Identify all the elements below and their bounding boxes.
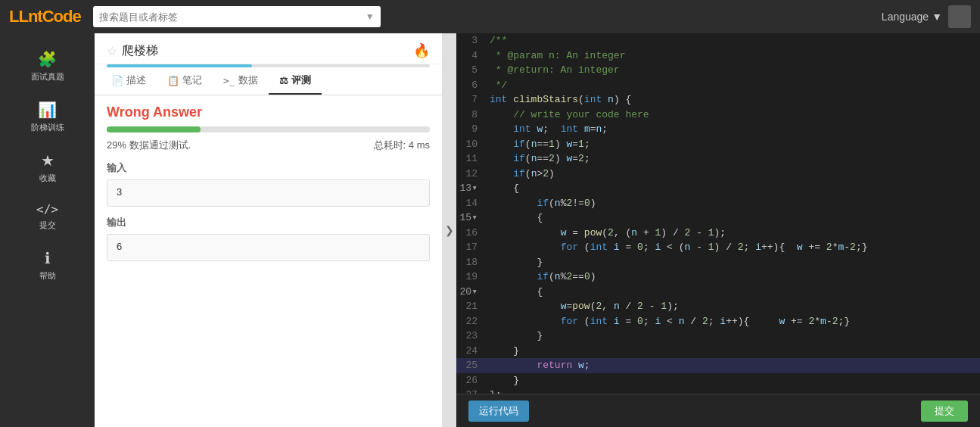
sidebar-item-interview[interactable]: 🧩 面试真题 [0,41,95,92]
tab-description[interactable]: 📄 描述 [101,67,157,95]
code-line-22: 22 for (int i = 0; i < n / 2; i++){ w +=… [456,314,980,329]
code-line-26: 26 } [456,373,980,388]
problem-panel: ☆ 爬楼梯 🔥 📄 描述 📋 笔记 >_ 数据 ⚖ 评测 [95,33,443,427]
problem-header: ☆ 爬楼梯 🔥 [95,33,442,64]
line-num-12: 12 [456,167,487,182]
bookmark-icon[interactable]: ☆ [107,44,117,58]
code-line-4: 4 * @param n: An integer [456,48,980,64]
code-line-24: 24 } [456,344,980,359]
tab-notes[interactable]: 📋 笔记 [157,67,213,95]
line-num-15: 15▾ [456,210,487,226]
language-dropdown-arrow: ▼ [932,11,942,23]
line-content-21: w=pow(2, n / 2 - 1); [487,299,980,314]
chart-icon: 📊 [38,101,57,119]
tab-data[interactable]: >_ 数据 [213,67,269,95]
search-input[interactable] [99,11,362,23]
sidebar-label-help: 帮助 [39,270,56,282]
line-num-5: 5 [456,63,487,78]
result-status: Wrong Answer [107,104,430,120]
code-line-13: 13▾ { [456,181,980,196]
sidebar-label-submit: 提交 [39,220,56,231]
line-num-14: 14 [456,196,487,211]
logo-highlight: L [9,7,18,26]
output-label: 输出 [107,216,430,229]
line-content-6: */ [487,78,980,93]
stats-row: 29% 数据通过测试. 总耗时: 4 ms [107,139,430,152]
line-content-20: { [487,285,980,300]
line-num-16: 16 [456,226,487,241]
line-content-24: } [487,344,980,359]
language-label: Language [882,11,929,23]
line-num-4: 4 [456,48,487,64]
line-content-12: if(n>2) [487,167,980,182]
code-line-12: 12 if(n>2) [456,167,980,182]
line-content-18: } [487,255,980,270]
line-num-21: 21 [456,299,487,314]
line-num-19: 19 [456,270,487,285]
sidebar-item-favorites[interactable]: ★ 收藏 [0,142,95,193]
result-area: Wrong Answer 29% 数据通过测试. 总耗时: 4 ms 输入 3 … [95,95,442,427]
problem-title-text: 爬楼梯 [122,43,158,59]
sidebar-label-favorites: 收藏 [39,173,56,184]
code-line-6: 6 */ [456,78,980,93]
line-num-20: 20▾ [456,285,487,300]
collapse-button[interactable]: ❯ [443,33,456,427]
code-line-25: 25 return w; [456,358,980,373]
tab-evaluate[interactable]: ⚖ 评测 [269,67,322,95]
stats-right: 总耗时: 4 ms [374,139,430,152]
code-line-16: 16 w = pow(2, (n + 1) / 2 - 1); [456,226,980,241]
line-content-17: for (int i = 0; i < (n - 1) / 2; i++){ w… [487,240,980,255]
line-content-13: { [487,181,980,196]
sidebar-item-help[interactable]: ℹ 帮助 [0,240,95,291]
line-num-17: 17 [456,240,487,255]
code-line-20: 20▾ { [456,285,980,300]
search-dropdown-arrow[interactable]: ▼ [366,11,375,22]
code-panel: 3 /** 4 * @param n: An integer 5 * @retu… [456,33,980,427]
code-line-23: 23 } [456,329,980,344]
main-layout: 🧩 面试真题 📊 阶梯训练 ★ 收藏 </> 提交 ℹ 帮助 ☆ 爬楼梯 🔥 [0,33,980,427]
run-button[interactable]: 运行代码 [468,401,529,422]
line-num-8: 8 [456,108,487,123]
pass-progress-bar [107,126,430,132]
code-line-15: 15▾ { [456,210,980,226]
collapse-arrow-icon: ❯ [445,224,454,236]
line-num-22: 22 [456,314,487,329]
submit-button[interactable]: 提交 [921,401,968,422]
line-num-24: 24 [456,344,487,359]
line-content-22: for (int i = 0; i < n / 2; i++){ w += 2*… [487,314,980,329]
line-content-8: // write your code here [487,108,980,123]
scale-icon: ⚖ [279,75,288,86]
code-line-10: 10 if(n==1) w=1; [456,137,980,152]
line-num-26: 26 [456,373,487,388]
output-value: 6 [107,234,430,261]
sidebar: 🧩 面试真题 📊 阶梯训练 ★ 收藏 </> 提交 ℹ 帮助 [0,33,95,427]
search-box[interactable]: ▼ [93,6,381,27]
terminal-icon: >_ [223,75,235,86]
sidebar-item-ladder[interactable]: 📊 阶梯训练 [0,92,95,142]
line-content-27: }; [487,388,980,394]
line-content-7: int climbStairs(int n) { [487,92,980,108]
topbar: LLntCode ▼ Language ▼ [0,0,980,33]
code-editor[interactable]: 3 /** 4 * @param n: An integer 5 * @retu… [456,33,980,394]
code-line-3: 3 /** [456,33,980,48]
line-num-23: 23 [456,329,487,344]
puzzle-icon: 🧩 [38,50,57,68]
avatar[interactable] [948,5,971,28]
line-num-9: 9 [456,122,487,137]
sidebar-label-interview: 面试真题 [31,71,64,83]
pass-progress-fill [107,126,201,132]
line-content-16: w = pow(2, (n + 1) / 2 - 1); [487,226,980,241]
line-content-11: if(n==2) w=2; [487,151,980,167]
info-icon: ℹ [45,249,51,267]
input-value: 3 [107,179,430,207]
line-content-10: if(n==1) w=1; [487,137,980,152]
sidebar-label-ladder: 阶梯训练 [31,122,64,133]
line-content-23: } [487,329,980,344]
language-button[interactable]: Language ▼ [882,11,942,23]
code-line-8: 8 // write your code here [456,108,980,123]
sidebar-item-submit[interactable]: </> 提交 [0,193,95,240]
line-num-10: 10 [456,137,487,152]
code-line-27: 27 }; [456,388,980,394]
code-line-5: 5 * @return: An integer [456,63,980,78]
code-line-17: 17 for (int i = 0; i < (n - 1) / 2; i++)… [456,240,980,255]
